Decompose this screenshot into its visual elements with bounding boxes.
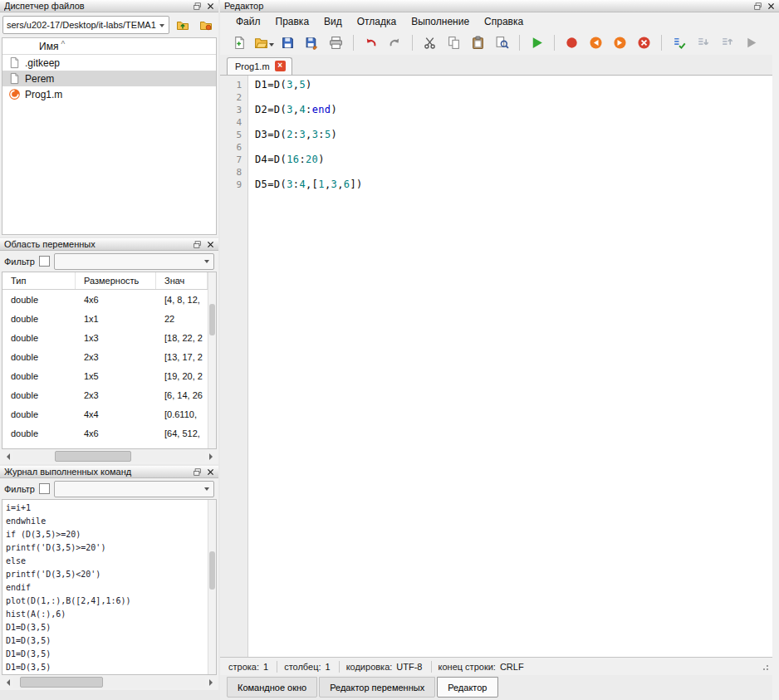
dock-tab[interactable]: Редактор переменных (319, 677, 435, 698)
variable-row[interactable]: double2x3[6, 14, 26 (2, 385, 208, 404)
menu-item[interactable]: Отладка (350, 14, 404, 29)
folder-actions-button[interactable] (195, 15, 216, 35)
scrollbar-thumb[interactable] (20, 677, 103, 688)
horizontal-scrollbar[interactable] (2, 450, 217, 463)
menu-item[interactable]: Правка (268, 14, 317, 29)
find-replace-button[interactable] (491, 32, 513, 53)
filter-dropdown-button[interactable] (200, 254, 213, 269)
filter-combobox[interactable] (54, 253, 214, 270)
file-browser-toolbar: sers/u202-17/Desktop/it-labs/TEMA1 (0, 12, 218, 37)
step-out-button[interactable] (716, 32, 738, 53)
history-line[interactable]: plot(D(1,:),B([2,4],1:6)) (2, 595, 208, 608)
close-panel-button[interactable] (203, 467, 217, 477)
column-header[interactable]: Тип (2, 272, 76, 289)
file-item[interactable]: Prog1.m (2, 86, 216, 102)
step-in-button[interactable] (692, 32, 714, 53)
menu-item[interactable]: Вид (316, 14, 350, 29)
close-panel-button[interactable] (203, 1, 217, 12)
paste-button[interactable] (467, 32, 489, 53)
scroll-right-button[interactable] (205, 451, 217, 462)
history-line[interactable]: D1=D(3,5) (2, 648, 208, 661)
undo-button[interactable] (360, 32, 382, 53)
history-line[interactable]: printf('D(3,5)<20') (2, 568, 208, 581)
history-line[interactable]: i=i+1 (2, 502, 208, 515)
filter-checkbox[interactable] (39, 483, 50, 494)
history-line[interactable]: if (D(3,5)>=20) (2, 528, 208, 541)
column-header[interactable]: Знач (156, 272, 208, 289)
filter-dropdown-button[interactable] (200, 482, 213, 497)
column-header[interactable]: Размерность (76, 272, 156, 289)
status-separator (339, 661, 340, 673)
variable-row[interactable]: double4x6[64, 512, (2, 423, 208, 443)
cut-button[interactable] (419, 32, 441, 53)
history-line[interactable]: D1=D(3,5) (2, 621, 208, 634)
name-column-header[interactable]: Имя ^ (2, 38, 216, 55)
scrollbar-thumb[interactable] (55, 451, 131, 462)
variable-row[interactable]: double1x3[18, 22, 2 (2, 328, 208, 347)
filter-combobox[interactable] (54, 481, 214, 497)
toggle-breakpoint-button[interactable] (561, 32, 583, 53)
scrollbar-thumb[interactable] (209, 551, 215, 590)
vertical-scrollbar[interactable] (208, 500, 216, 674)
variable-row[interactable]: double1x5[19, 20, 2 (2, 366, 208, 385)
open-file-button[interactable] (252, 32, 275, 53)
history-line[interactable]: else (2, 555, 208, 568)
float-panel-button[interactable] (751, 1, 764, 12)
folder-up-button[interactable] (172, 15, 193, 35)
scroll-left-button[interactable] (2, 451, 13, 462)
continue-button[interactable] (740, 32, 762, 53)
dock-tab[interactable]: Командное окно (227, 677, 317, 698)
close-panel-button[interactable] (203, 239, 217, 250)
float-panel-button[interactable] (190, 239, 203, 250)
history-line[interactable]: D1=D(3,5) (2, 661, 208, 674)
history-line[interactable]: hist(A(:),6) (2, 608, 208, 621)
clear-breakpoints-button[interactable] (633, 32, 655, 53)
dock-tab[interactable]: Редактор (437, 677, 497, 698)
variable-row[interactable]: double4x4[0.6110, (2, 404, 208, 423)
menu-item[interactable]: Файл (228, 14, 268, 29)
dropdown-arrow-icon[interactable] (269, 43, 274, 49)
step-button[interactable] (668, 32, 690, 53)
editor-tab[interactable]: Prog1.m × (227, 57, 292, 75)
path-dropdown-button[interactable] (155, 17, 169, 33)
menu-item[interactable]: Выполнение (404, 14, 477, 29)
copy-button[interactable] (443, 32, 465, 53)
close-panel-button[interactable] (764, 1, 777, 12)
filter-checkbox[interactable] (39, 256, 50, 267)
prev-breakpoint-button[interactable] (585, 32, 607, 53)
scrollbar-track[interactable] (13, 677, 205, 688)
resize-grip[interactable] (761, 663, 769, 671)
history-line[interactable]: D1=D(3,5) (2, 634, 208, 648)
scroll-right-button[interactable] (205, 677, 217, 688)
line-number: 3 (220, 104, 242, 116)
dock-tabbar: Командное окноРедактор переменныхРедакто… (220, 675, 772, 700)
file-item[interactable]: Perem (2, 71, 216, 86)
horizontal-scrollbar[interactable] (2, 676, 217, 688)
print-button[interactable] (325, 32, 347, 53)
scrollbar-thumb[interactable] (209, 304, 215, 335)
history-line[interactable]: endif (2, 581, 208, 595)
save-button[interactable] (277, 32, 299, 53)
scrollbar-track[interactable] (13, 451, 205, 462)
float-panel-button[interactable] (190, 1, 203, 12)
new-script-button[interactable] (228, 32, 251, 53)
file-item[interactable]: .gitkeep (2, 55, 216, 71)
history-line[interactable]: printf('D(3,5)>=20') (2, 541, 208, 555)
vertical-scrollbar[interactable] (208, 272, 216, 448)
next-breakpoint-button[interactable] (609, 32, 631, 53)
code-editor[interactable]: D1=D(3,5) D2=D(3,4:end) D3=D(2:3,3:5) D4… (248, 76, 772, 657)
scroll-left-button[interactable] (2, 677, 13, 688)
variable-row[interactable]: double1x122 (2, 309, 208, 328)
run-button[interactable] (526, 32, 548, 53)
editor-panel: Редактор ФайлПравкаВидОтладкаВыполнениеС… (220, 0, 779, 700)
float-panel-button[interactable] (190, 467, 203, 477)
tab-close-button[interactable]: × (275, 61, 286, 71)
history-line[interactable]: endwhile (2, 515, 208, 528)
folder-actions-icon (199, 18, 213, 32)
save-as-button[interactable] (301, 32, 323, 53)
menu-item[interactable]: Справка (477, 14, 531, 29)
path-combobox[interactable]: sers/u202-17/Desktop/it-labs/TEMA1 (2, 16, 169, 34)
variable-row[interactable]: double2x3[13, 17, 2 (2, 347, 208, 366)
redo-button[interactable] (384, 32, 406, 53)
variable-row[interactable]: double4x6[4, 8, 12, (2, 290, 208, 309)
